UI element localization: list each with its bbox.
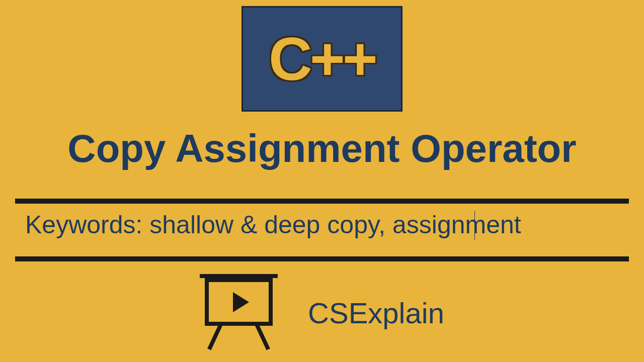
footer-row: CSExplain [0, 274, 644, 352]
divider-top [15, 199, 629, 204]
main-title: Copy Assignment Operator [0, 126, 644, 171]
board-top-bar [200, 274, 278, 278]
board-legs [205, 326, 273, 351]
text-cursor [474, 211, 475, 240]
leg-right [255, 323, 270, 350]
leg-left [207, 323, 222, 350]
keywords-text: Keywords: shallow & deep copy, assignmen… [25, 210, 619, 239]
channel-name: CSExplain [308, 296, 444, 330]
board-screen [205, 278, 273, 326]
play-icon [233, 292, 249, 312]
cpp-logo-text: C++ [269, 24, 375, 94]
presentation-board-icon [200, 274, 278, 352]
divider-bottom [15, 256, 629, 261]
cpp-logo-box: C++ [242, 6, 403, 112]
